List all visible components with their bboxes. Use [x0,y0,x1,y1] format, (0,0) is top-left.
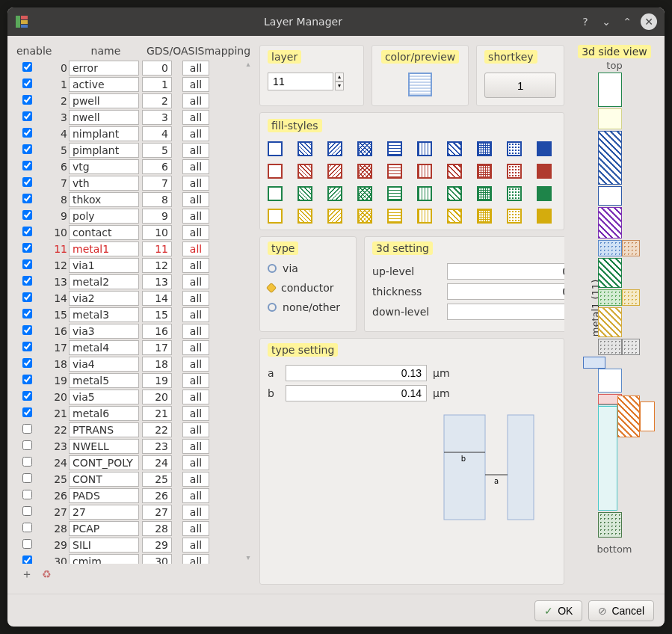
enable-checkbox[interactable] [22,62,32,72]
layer-gds-cell[interactable]: 22 [142,422,172,437]
downlevel-input[interactable] [447,304,564,320]
layer-mapping-cell[interactable]: all [182,291,209,306]
layer-name-cell[interactable]: SILI [69,538,139,553]
layer-name-cell[interactable]: cmim [69,554,139,564]
a-input[interactable] [286,365,427,381]
enable-checkbox[interactable] [22,309,32,318]
layer-row[interactable]: 8thkox8all [16,191,250,208]
layer-row[interactable]: 18via418all [16,356,250,372]
cancel-button[interactable]: ⊘Cancel [588,600,654,621]
layer-gds-cell[interactable]: 16 [142,324,172,339]
layer-row[interactable]: 15metal315all [16,307,250,323]
layer-number-input[interactable] [268,73,333,90]
layer-gds-cell[interactable]: 19 [142,373,172,388]
layer-row[interactable]: 9poly9all [16,208,250,224]
fill-swatch[interactable] [477,164,492,179]
fill-swatch[interactable] [357,209,372,224]
layer-name-cell[interactable]: vtg [69,159,139,174]
layer-name-cell[interactable]: metal5 [69,373,139,388]
fill-swatch[interactable] [447,141,462,156]
layer-row[interactable]: 0error0all [16,60,250,76]
fill-swatch[interactable] [298,141,312,156]
enable-checkbox[interactable] [22,95,32,105]
enable-checkbox[interactable] [22,523,32,532]
minimize-button[interactable]: ⌄ [599,14,614,29]
fill-swatch[interactable] [447,164,462,179]
fill-swatch[interactable] [327,141,342,156]
layer-gds-cell[interactable]: 8 [142,192,172,207]
layer-row[interactable]: 25CONT25all [16,471,250,487]
layer-mapping-cell[interactable]: all [182,439,209,454]
layer-name-cell[interactable]: PCAP [69,521,139,536]
layer-row[interactable]: 10contact10all [16,224,250,241]
layer-row[interactable]: 20via520all [16,389,250,405]
enable-checkbox[interactable] [22,292,32,302]
layer-name-cell[interactable]: PADS [69,488,139,503]
enable-checkbox[interactable] [22,342,32,351]
layer-name-cell[interactable]: via3 [69,324,139,339]
layer-name-cell[interactable]: PTRANS [69,422,139,437]
fill-swatch[interactable] [417,209,432,224]
layer-mapping-cell[interactable]: all [182,274,209,289]
layer-name-cell[interactable]: metal4 [69,340,139,355]
layer-name-cell[interactable]: error [69,61,139,76]
layer-row[interactable]: 17metal417all [16,339,250,356]
fill-swatch[interactable] [507,209,522,224]
thickness-input[interactable] [447,283,564,300]
fill-swatch[interactable] [507,164,522,179]
layer-mapping-cell[interactable]: all [182,472,209,487]
layer-row[interactable]: 2pwell2all [16,93,250,109]
enable-checkbox[interactable] [22,391,32,401]
enable-checkbox[interactable] [22,555,32,564]
layer-name-cell[interactable]: metal3 [69,307,139,322]
fill-swatch[interactable] [387,141,402,156]
enable-checkbox[interactable] [22,227,32,236]
layer-gds-cell[interactable]: 7 [142,176,172,191]
fill-swatch[interactable] [477,209,492,224]
enable-checkbox[interactable] [22,210,32,220]
layer-name-cell[interactable]: metal2 [69,274,139,289]
b-input[interactable] [286,385,427,401]
layer-row[interactable]: 29SILI29all [16,537,250,553]
fill-swatch[interactable] [327,186,342,201]
layer-mapping-cell[interactable]: all [182,373,209,388]
layer-name-cell[interactable]: nwell [69,110,139,125]
layer-name-cell[interactable]: via2 [69,291,139,306]
layer-mapping-cell[interactable]: all [182,538,209,553]
shortkey-button[interactable]: 1 [484,73,556,98]
maximize-button[interactable]: ⌃ [620,14,635,29]
uplevel-input[interactable] [447,263,564,280]
color-preview-swatch[interactable] [408,73,432,96]
enable-checkbox[interactable] [22,243,32,253]
layer-gds-cell[interactable]: 15 [142,307,172,322]
enable-checkbox[interactable] [22,375,32,384]
layer-row[interactable]: 5pimplant5all [16,142,250,158]
fill-swatch[interactable] [537,164,552,179]
layer-row[interactable]: 28PCAP28all [16,520,250,537]
enable-checkbox[interactable] [22,161,32,170]
layer-name-cell[interactable]: metal6 [69,406,139,421]
layer-mapping-cell[interactable]: all [182,126,209,141]
enable-checkbox[interactable] [22,144,32,154]
layer-row[interactable]: 3nwell3all [16,109,250,126]
fill-swatch[interactable] [268,141,283,156]
layer-mapping-cell[interactable]: all [182,192,209,207]
layer-row[interactable]: 6vtg6all [16,158,250,175]
layer-name-cell[interactable]: metal1 [69,241,139,256]
fill-swatch[interactable] [477,186,492,201]
layer-gds-cell[interactable]: 0 [142,61,172,76]
layer-gds-cell[interactable]: 28 [142,521,172,536]
layer-gds-cell[interactable]: 20 [142,390,172,404]
layer-mapping-cell[interactable]: all [182,258,209,273]
fill-swatch[interactable] [477,141,492,156]
enable-checkbox[interactable] [22,259,32,269]
layer-mapping-cell[interactable]: all [182,340,209,355]
layer-gds-cell[interactable]: 13 [142,274,172,289]
layer-name-cell[interactable]: via4 [69,357,139,372]
enable-checkbox[interactable] [22,424,32,434]
fill-swatch[interactable] [268,164,283,179]
scroll-down-icon[interactable]: ▾ [247,553,250,564]
fill-swatch[interactable] [387,186,402,201]
layer-gds-cell[interactable]: 17 [142,340,172,355]
fill-swatch[interactable] [447,209,462,224]
